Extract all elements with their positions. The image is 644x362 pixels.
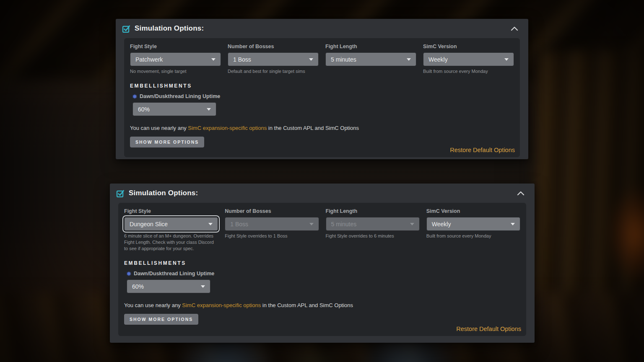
embellishment-uptime-select[interactable]: 60% bbox=[127, 279, 210, 293]
caret-down-icon bbox=[410, 223, 414, 225]
panel-header: Simulation Options: bbox=[110, 184, 535, 203]
caret-down-icon bbox=[208, 223, 213, 225]
simc-version-helper: Built from source every Monday bbox=[426, 233, 520, 239]
number-of-bosses-value: 1 Boss bbox=[233, 56, 306, 63]
field-fight-style: Fight Style Patchwerk No movement, singl… bbox=[130, 44, 221, 75]
collapse-panel-button[interactable] bbox=[515, 188, 526, 199]
fight-length-label: Fight Length bbox=[325, 44, 416, 49]
panel-body: Fight Style Dungeon Slice 6 minute slice… bbox=[118, 203, 526, 336]
number-of-bosses-value: 1 Boss bbox=[230, 221, 306, 228]
caret-down-icon bbox=[511, 223, 515, 225]
fight-style-select[interactable]: Patchwerk bbox=[130, 52, 221, 66]
caret-down-icon bbox=[407, 58, 411, 61]
fight-style-helper: No movement, single target bbox=[130, 68, 221, 75]
field-number-of-bosses: Number of Bosses 1 Boss Fight Style over… bbox=[225, 208, 319, 252]
embellishment-item-label: ❅ Dawn/Duskthread Lining Uptime bbox=[127, 271, 520, 277]
simc-version-select[interactable]: Weekly bbox=[423, 52, 514, 66]
note-prefix: You can use nearly any bbox=[130, 125, 188, 131]
caret-down-icon bbox=[504, 58, 509, 61]
fight-length-select-disabled: 5 minutes bbox=[326, 217, 420, 231]
duskthread-lining-icon: ❅ bbox=[132, 94, 137, 99]
embellishment-item-label: ❅ Dawn/Duskthread Lining Uptime bbox=[132, 93, 514, 99]
restore-default-options-link[interactable]: Restore Default Options bbox=[456, 326, 521, 332]
embellishment-uptime-value: 60% bbox=[138, 106, 203, 113]
simc-version-value: Weekly bbox=[432, 221, 507, 228]
background-right-pillar bbox=[532, 50, 644, 362]
fight-style-label: Fight Style bbox=[130, 44, 221, 49]
simc-options-note: You can use nearly any SimC expansion-sp… bbox=[130, 125, 514, 131]
panel-title: Simulation Options: bbox=[129, 189, 198, 197]
note-suffix: in the Custom APL and SimC Options bbox=[267, 125, 359, 131]
collapse-panel-button[interactable] bbox=[509, 23, 520, 34]
fight-length-value: 5 minutes bbox=[331, 56, 403, 63]
field-simc-version: SimC Version Weekly Built from source ev… bbox=[423, 44, 514, 75]
number-of-bosses-select-disabled: 1 Boss bbox=[225, 217, 319, 231]
embellishment-item-text: Dawn/Duskthread Lining Uptime bbox=[134, 271, 214, 277]
chevron-up-icon bbox=[517, 190, 525, 196]
caret-down-icon bbox=[211, 58, 216, 61]
panel-header: Simulation Options: bbox=[116, 19, 528, 38]
options-grid: Fight Style Dungeon Slice 6 minute slice… bbox=[124, 208, 520, 252]
panel-title: Simulation Options: bbox=[135, 24, 204, 33]
simc-expansion-options-link[interactable]: SimC expansion-specific options bbox=[188, 125, 267, 131]
show-more-options-button[interactable]: SHOW MORE OPTIONS bbox=[124, 314, 198, 325]
field-fight-length: Fight Length 5 minutes Fight Style overr… bbox=[326, 208, 420, 252]
field-simc-version: SimC Version Weekly Built from source ev… bbox=[426, 208, 520, 252]
fight-style-select[interactable]: Dungeon Slice bbox=[124, 217, 218, 231]
fight-style-label: Fight Style bbox=[124, 208, 218, 214]
simc-version-label: SimC Version bbox=[423, 44, 514, 49]
simc-expansion-options-link[interactable]: SimC expansion-specific options bbox=[182, 302, 261, 308]
restore-default-options-link[interactable]: Restore Default Options bbox=[450, 147, 515, 153]
fight-length-label: Fight Length bbox=[326, 208, 420, 214]
fight-length-helper: Fight Style overrides to 6 minutes bbox=[326, 233, 420, 239]
caret-down-icon bbox=[207, 108, 211, 111]
screen: Simulation Options: Fight Style Patchwer… bbox=[0, 0, 644, 362]
caret-down-icon bbox=[309, 223, 314, 225]
options-grid: Fight Style Patchwerk No movement, singl… bbox=[130, 44, 514, 75]
checked-checkbox-icon[interactable] bbox=[116, 189, 125, 198]
background-left-pillar bbox=[0, 50, 126, 362]
number-of-bosses-helper: Default and best for single target sims bbox=[228, 68, 319, 75]
simc-options-note: You can use nearly any SimC expansion-sp… bbox=[124, 302, 520, 308]
embellishment-uptime-select[interactable]: 60% bbox=[132, 102, 216, 116]
fight-length-value: 5 minutes bbox=[331, 221, 407, 228]
simc-version-helper: Built from source every Monday bbox=[423, 68, 514, 75]
caret-down-icon bbox=[201, 285, 205, 288]
embellishment-uptime-value: 60% bbox=[132, 283, 197, 290]
number-of-bosses-helper: Fight Style overrides to 1 Boss bbox=[225, 233, 319, 239]
simc-version-value: Weekly bbox=[428, 56, 501, 63]
fight-style-value: Patchwerk bbox=[135, 56, 208, 63]
fight-length-select[interactable]: 5 minutes bbox=[325, 52, 416, 66]
field-fight-length: Fight Length 5 minutes bbox=[325, 44, 416, 75]
simc-version-label: SimC Version bbox=[426, 208, 520, 214]
field-fight-style: Fight Style Dungeon Slice 6 minute slice… bbox=[124, 208, 218, 252]
chevron-up-icon bbox=[510, 26, 519, 31]
show-more-options-button[interactable]: SHOW MORE OPTIONS bbox=[130, 137, 204, 147]
checked-checkbox-icon[interactable] bbox=[122, 24, 130, 33]
simulation-options-panel-dungeon-slice: Simulation Options: Fight Style Dungeon … bbox=[110, 184, 535, 343]
simc-version-select[interactable]: Weekly bbox=[426, 217, 520, 231]
field-number-of-bosses: Number of Bosses 1 Boss Default and best… bbox=[228, 44, 319, 75]
number-of-bosses-label: Number of Bosses bbox=[225, 208, 319, 214]
embellishments-heading: EMBELLISHMENTS bbox=[130, 83, 514, 89]
panel-body: Fight Style Patchwerk No movement, singl… bbox=[124, 38, 520, 157]
simulation-options-panel: Simulation Options: Fight Style Patchwer… bbox=[116, 19, 528, 159]
fight-style-value: Dungeon Slice bbox=[130, 221, 205, 228]
caret-down-icon bbox=[309, 58, 313, 61]
fight-style-helper: 6 minute slice of an M+ dungeon. Overrid… bbox=[124, 233, 218, 252]
number-of-bosses-select[interactable]: 1 Boss bbox=[228, 52, 319, 66]
embellishments-heading: EMBELLISHMENTS bbox=[124, 260, 520, 266]
note-prefix: You can use nearly any bbox=[124, 302, 182, 308]
embellishment-item-text: Dawn/Duskthread Lining Uptime bbox=[140, 93, 220, 99]
note-suffix: in the Custom APL and SimC Options bbox=[261, 302, 353, 308]
number-of-bosses-label: Number of Bosses bbox=[228, 44, 319, 49]
duskthread-lining-icon: ❅ bbox=[127, 271, 131, 277]
